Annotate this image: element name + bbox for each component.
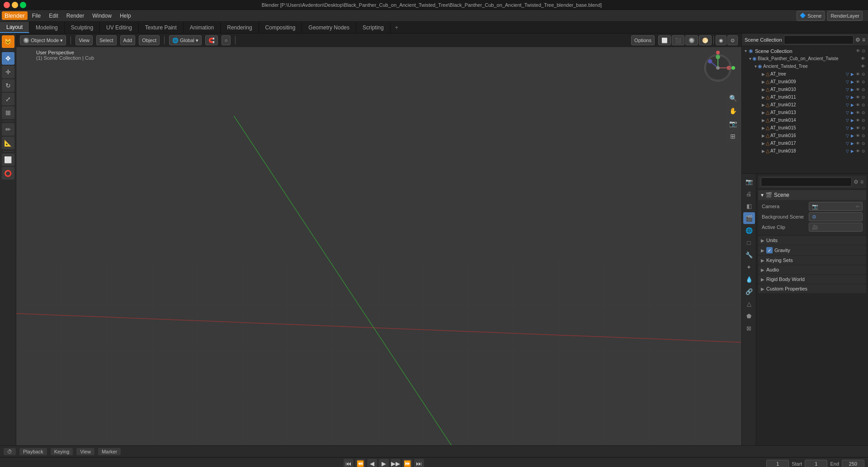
jump-start-button[interactable]: ⏮ — [344, 459, 354, 467]
modifier-tab[interactable]: 🔧 — [743, 249, 755, 261]
tab-compositing[interactable]: Compositing — [259, 22, 302, 33]
select-icon[interactable]: ⊙ — [862, 110, 865, 115]
tree-item-at_trunk014[interactable]: ▶ △ AT_trunk014 ▽ ▶ 👁 ⊙ — [742, 116, 868, 124]
add-menu[interactable]: Add — [120, 35, 136, 45]
tab-sculpting[interactable]: Sculpting — [65, 22, 100, 33]
proportional-edit[interactable]: ○ — [222, 35, 231, 45]
scale-tool[interactable]: ⤢ — [2, 93, 14, 105]
ancient-tree-collection[interactable]: ▾ ◉ Ancient_Twisted_Tree 👁 — [742, 62, 868, 70]
audio-header[interactable]: ▶ Audio — [758, 265, 866, 274]
tree-item-at_trunk009[interactable]: ▶ △ AT_trunk009 ▽ ▶ 👁 ⊙ — [742, 78, 868, 86]
menu-help[interactable]: Help — [116, 12, 135, 20]
tree-item-at_trunk016[interactable]: ▶ △ AT_trunk016 ▽ ▶ 👁 ⊙ — [742, 132, 868, 139]
properties-options-icon[interactable]: ≡ — [860, 179, 863, 185]
properties-search[interactable] — [761, 177, 852, 186]
tree-item-at_trunk015[interactable]: ▶ △ AT_trunk015 ▽ ▶ 👁 ⊙ — [742, 124, 868, 132]
view-menu-tl[interactable]: View — [76, 448, 94, 455]
eye-icon[interactable]: 👁 — [856, 80, 860, 84]
outliner-options-button[interactable]: ≡ — [862, 37, 865, 43]
tree-item-at_trunk011[interactable]: ▶ △ AT_trunk011 ▽ ▶ 👁 ⊙ — [742, 93, 868, 101]
overlay-toggle[interactable]: ◉ — [716, 35, 726, 45]
select-menu[interactable]: Select — [96, 35, 117, 45]
eye-icon[interactable]: 👁 — [856, 133, 860, 138]
snap-toggle[interactable]: 🧲 — [205, 35, 218, 45]
black-panther-collection[interactable]: ▾ ◉ Black_Panther_Cub_on_Ancient_Twiste … — [742, 55, 868, 62]
solid-shading[interactable]: ⬛ — [672, 35, 684, 45]
eye-icon[interactable]: 👁 — [856, 118, 860, 123]
tab-layout[interactable]: Layout — [0, 22, 29, 33]
end-frame-input[interactable] — [842, 460, 864, 467]
select-icon[interactable]: ⊙ — [862, 103, 865, 107]
outliner-filter-button[interactable]: ⚙ — [855, 37, 860, 43]
tab-uv-editing[interactable]: UV Editing — [100, 22, 139, 33]
editor-type-button[interactable]: ⏱ — [4, 448, 16, 455]
tab-geometry-nodes[interactable]: Geometry Nodes — [302, 22, 356, 33]
blender-logo-button[interactable]: 🐱 — [2, 35, 14, 48]
nav-zoom-in[interactable]: 🔍 — [727, 92, 739, 104]
texture-tab[interactable]: ⊠ — [743, 322, 755, 334]
eye-icon[interactable]: 👁 — [856, 72, 860, 76]
background-scene-field[interactable]: ⚙ — [809, 212, 863, 221]
particles-tab[interactable]: ✦ — [743, 261, 755, 273]
cursor-tool[interactable]: ✥ — [2, 52, 14, 65]
rigid-body-header[interactable]: ▶ Rigid Body World — [758, 275, 866, 284]
keying-sets-header[interactable]: ▶ Keying Sets — [758, 256, 866, 265]
global-select[interactable]: 🌐 Global ▾ — [169, 35, 202, 45]
next-frame-button[interactable]: ▶▶ — [391, 459, 401, 467]
constraints-tab[interactable]: 🔗 — [743, 286, 755, 297]
tree-item-at_trunk012[interactable]: ▶ △ AT_trunk012 ▽ ▶ 👁 ⊙ — [742, 101, 868, 109]
eye-icon[interactable]: 👁 — [856, 48, 860, 53]
window-controls[interactable] — [4, 2, 26, 8]
select-icon[interactable]: ⊙ — [862, 87, 865, 92]
tab-rendering[interactable]: Rendering — [221, 22, 259, 33]
add-cube-tool[interactable]: ⬜ — [2, 153, 14, 166]
transform-tool[interactable]: ⊞ — [2, 106, 14, 119]
eye-icon[interactable]: 👁 — [856, 110, 860, 115]
tree-item-at_trunk013[interactable]: ▶ △ AT_trunk013 ▽ ▶ 👁 ⊙ — [742, 109, 868, 116]
view-menu[interactable]: View — [75, 35, 93, 45]
eye-icon[interactable]: 👁 — [861, 64, 865, 69]
menu-edit[interactable]: Edit — [45, 12, 62, 20]
prev-frame-button[interactable]: ◀ — [367, 459, 377, 467]
mode-selector[interactable]: 🔘 Object Mode ▾ — [20, 35, 66, 45]
next-keyframe-button[interactable]: ⏩ — [402, 459, 412, 467]
eye-icon[interactable]: 👁 — [856, 149, 860, 153]
output-tab[interactable]: 🖨 — [743, 188, 755, 200]
menu-file[interactable]: File — [28, 12, 44, 20]
xray-toggle[interactable]: ⊙ — [727, 35, 738, 45]
tree-item-at_trunk018[interactable]: ▶ △ AT_trunk018 ▽ ▶ 👁 ⊙ — [742, 147, 868, 155]
properties-filter-icon[interactable]: ⚙ — [854, 179, 859, 185]
world-tab[interactable]: 🌐 — [743, 224, 755, 236]
playback-menu[interactable]: Playback — [19, 448, 47, 455]
select-icon[interactable]: ⊙ — [862, 126, 865, 130]
scene-selector[interactable]: 🔷 Scene — [797, 11, 825, 21]
physics-tab[interactable]: 💧 — [743, 273, 755, 285]
units-header[interactable]: ▶ Units — [758, 236, 866, 245]
outliner-search[interactable] — [784, 35, 854, 44]
prev-keyframe-button[interactable]: ⏪ — [355, 459, 365, 467]
current-frame-input[interactable] — [766, 460, 789, 467]
options-button[interactable]: Options — [631, 35, 655, 45]
select-icon[interactable]: ⊙ — [862, 141, 865, 146]
material-shading[interactable]: 🔘 — [685, 35, 698, 45]
play-pause-button[interactable]: ▶ — [379, 459, 389, 467]
tab-texture-paint[interactable]: Texture Paint — [139, 22, 184, 33]
close-button[interactable] — [4, 2, 10, 8]
data-tab[interactable]: △ — [743, 298, 755, 310]
tree-item-at_trunk010[interactable]: ▶ △ AT_trunk010 ▽ ▶ 👁 ⊙ — [742, 86, 868, 93]
select-icon[interactable]: ⊙ — [862, 149, 865, 153]
gravity-checkbox[interactable]: ✓ — [766, 247, 773, 253]
jump-end-button[interactable]: ⏭ — [414, 459, 424, 467]
nav-camera[interactable]: 📷 — [727, 118, 739, 129]
tree-item-at_trunk017[interactable]: ▶ △ AT_trunk017 ▽ ▶ 👁 ⊙ — [742, 139, 868, 147]
eye-icon[interactable]: 👁 — [856, 103, 860, 107]
rendered-shading[interactable]: 🌕 — [699, 35, 712, 45]
tree-item-at_tree[interactable]: ▶ △ AT_tree ▽ ▶ 👁 ⊙ — [742, 70, 868, 78]
rotate-tool[interactable]: ↻ — [2, 79, 14, 92]
add-workspace-button[interactable]: + — [391, 23, 403, 33]
renderlayer-selector[interactable]: RenderLayer — [827, 11, 863, 21]
object-tab[interactable]: □ — [743, 237, 755, 248]
menu-window[interactable]: Window — [89, 12, 115, 20]
menu-render[interactable]: Render — [63, 12, 88, 20]
minimize-button[interactable] — [12, 2, 18, 8]
